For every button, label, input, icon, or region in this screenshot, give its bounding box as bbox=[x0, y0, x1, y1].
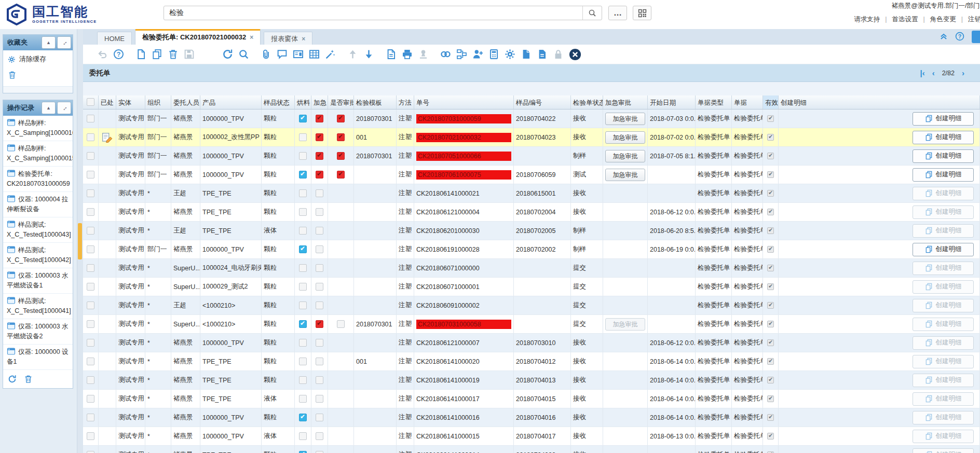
urgent-approve-button[interactable]: 加急审批 bbox=[605, 150, 645, 162]
first-page-button[interactable]: |‹ bbox=[920, 69, 924, 77]
table-row[interactable]: 测试专用*褚燕景TPE_TPE液体注塑CK2018061410000172018… bbox=[83, 390, 980, 408]
urgent-checkbox[interactable] bbox=[316, 227, 323, 235]
bake-checkbox[interactable]: ✔ bbox=[299, 171, 307, 179]
select-all-checkbox[interactable] bbox=[87, 98, 94, 106]
valid-checkbox[interactable]: ✔ bbox=[767, 246, 774, 253]
approve-checkbox[interactable]: ✔ bbox=[337, 171, 345, 179]
row-select-checkbox[interactable] bbox=[87, 133, 94, 141]
bake-checkbox[interactable] bbox=[299, 208, 307, 216]
history-item[interactable]: 仪器: 1000003 水平燃烧设备1 bbox=[3, 268, 73, 294]
table-view-icon[interactable] bbox=[309, 49, 320, 60]
column-header-org[interactable]: 组织 bbox=[145, 95, 171, 109]
column-header-template[interactable]: 检验模板 bbox=[354, 95, 397, 109]
column-header-status[interactable]: 检验单状态 bbox=[571, 95, 603, 109]
bake-checkbox[interactable] bbox=[299, 133, 307, 141]
tab-order[interactable]: 检验委托单: CK201807021000032× bbox=[135, 29, 261, 45]
import-icon[interactable] bbox=[347, 49, 358, 60]
row-select-checkbox[interactable] bbox=[87, 320, 94, 328]
urgent-checkbox[interactable] bbox=[316, 245, 323, 253]
column-header-sel[interactable] bbox=[83, 95, 99, 109]
user-link[interactable]: 注销 bbox=[968, 16, 980, 23]
urgent-checkbox[interactable] bbox=[316, 358, 323, 365]
row-select-checkbox[interactable] bbox=[87, 283, 94, 291]
urgent-checkbox[interactable] bbox=[316, 432, 323, 440]
attachment-icon[interactable] bbox=[261, 49, 271, 60]
history-item[interactable]: 样品测试: X_C_Tested[1000041] bbox=[3, 294, 73, 319]
qr-code-button[interactable] bbox=[633, 6, 651, 20]
column-header-entity[interactable]: 实体 bbox=[116, 95, 145, 109]
urgent-checkbox[interactable] bbox=[316, 283, 323, 291]
trash-icon[interactable] bbox=[8, 71, 17, 79]
table-row[interactable]: 测试专用*SuperU...1000029_测试2颗粒注塑CK201806071… bbox=[83, 278, 980, 296]
valid-checkbox[interactable]: ✔ bbox=[767, 283, 774, 290]
bake-checkbox[interactable] bbox=[299, 376, 307, 384]
bake-checkbox[interactable] bbox=[299, 189, 307, 197]
bake-checkbox[interactable] bbox=[299, 264, 307, 272]
history-item[interactable]: 仪器: 1000000 设备1 bbox=[3, 345, 73, 370]
column-header-urgent_approve[interactable]: 加急审批 bbox=[603, 95, 648, 109]
edit-icon[interactable] bbox=[102, 132, 113, 143]
valid-checkbox[interactable]: ✔ bbox=[767, 358, 774, 365]
export-doc-icon[interactable] bbox=[521, 49, 532, 60]
lock-icon[interactable] bbox=[553, 49, 564, 60]
history-item[interactable]: 样品制样: X_C_Samping[1000015 bbox=[3, 141, 73, 167]
urgent-approve-button[interactable]: 加急审批 bbox=[605, 113, 645, 125]
history-item[interactable]: 仪器: 1000004 拉伸断裂设备 bbox=[3, 192, 73, 217]
column-header-person[interactable]: 委托人员 bbox=[171, 95, 200, 109]
column-header-valid[interactable]: 有效 bbox=[763, 95, 779, 109]
create-detail-button[interactable]: 创建明细 bbox=[913, 149, 974, 163]
table-row[interactable]: 测试专用*SuperU...<1000210>颗粒✔✔2018070301注塑C… bbox=[83, 315, 980, 334]
question-icon[interactable]: ? bbox=[955, 32, 964, 41]
table-row[interactable]: 测试专用*王超TPE_TPE颗粒注塑CK20180614100002120180… bbox=[83, 184, 980, 203]
row-select-checkbox[interactable] bbox=[87, 358, 94, 365]
calculator-icon[interactable] bbox=[488, 49, 499, 60]
column-header-doc_type[interactable]: 单据类型 bbox=[696, 95, 732, 109]
column-header-order_no[interactable]: 单号 bbox=[414, 95, 514, 109]
save-icon[interactable] bbox=[184, 49, 195, 60]
bake-checkbox[interactable] bbox=[299, 283, 307, 291]
row-select-checkbox[interactable] bbox=[87, 301, 94, 309]
trash-icon[interactable] bbox=[24, 375, 33, 383]
urgent-checkbox[interactable] bbox=[316, 395, 323, 403]
table-row[interactable]: 测试专用部门一褚燕景1000000_TPV颗粒✔✔✔2018070301注塑CK… bbox=[83, 109, 980, 128]
splitter-handle[interactable] bbox=[78, 223, 82, 259]
bake-checkbox[interactable] bbox=[299, 339, 307, 347]
row-select-checkbox[interactable] bbox=[87, 414, 94, 421]
history-collapse-button[interactable]: ▲ bbox=[42, 102, 56, 114]
urgent-checkbox[interactable] bbox=[316, 301, 323, 309]
search-icon[interactable] bbox=[238, 49, 249, 60]
row-select-checkbox[interactable] bbox=[87, 245, 94, 253]
table-row[interactable]: 测试专用部门一褚燕景1000000_TPV颗粒✔注塑CK201806191000… bbox=[83, 240, 980, 259]
approve-checkbox[interactable]: ✔ bbox=[337, 152, 345, 160]
create-detail-button[interactable]: 创建明细 bbox=[913, 168, 974, 182]
row-select-checkbox[interactable] bbox=[87, 115, 94, 122]
valid-checkbox[interactable]: ✔ bbox=[767, 153, 774, 159]
column-header-processed[interactable]: 已处 bbox=[99, 95, 116, 109]
row-select-checkbox[interactable] bbox=[87, 171, 94, 179]
prev-page-button[interactable]: ‹ bbox=[932, 69, 935, 77]
column-header-urgent[interactable]: 加急 bbox=[311, 95, 328, 109]
urgent-checkbox[interactable] bbox=[316, 451, 323, 453]
valid-checkbox[interactable]: ✔ bbox=[767, 395, 774, 402]
row-select-checkbox[interactable] bbox=[87, 189, 94, 197]
print-icon[interactable] bbox=[402, 49, 413, 60]
valid-checkbox[interactable]: ✔ bbox=[767, 433, 774, 440]
bake-checkbox[interactable] bbox=[299, 152, 307, 160]
valid-checkbox[interactable]: ✔ bbox=[767, 377, 774, 383]
column-header-method[interactable]: 方法 bbox=[397, 95, 414, 109]
bake-checkbox[interactable] bbox=[299, 432, 307, 440]
comment-icon[interactable] bbox=[277, 49, 288, 60]
add-contact-icon[interactable] bbox=[472, 49, 483, 60]
valid-checkbox[interactable]: ✔ bbox=[767, 115, 774, 122]
tab-report[interactable]: 报表窗体× bbox=[264, 32, 312, 45]
urgent-checkbox[interactable] bbox=[316, 208, 323, 216]
favorites-expand-button[interactable]: ↔ bbox=[57, 36, 71, 49]
valid-checkbox[interactable]: ✔ bbox=[767, 302, 774, 309]
approve-checkbox[interactable] bbox=[337, 320, 345, 328]
history-item[interactable]: 检验委托单: CK201807031000059 bbox=[3, 167, 73, 192]
column-header-product[interactable]: 产品 bbox=[200, 95, 262, 109]
bake-checkbox[interactable]: ✔ bbox=[299, 414, 307, 421]
save-all-icon[interactable] bbox=[200, 49, 211, 60]
valid-checkbox[interactable]: ✔ bbox=[767, 265, 774, 271]
row-select-checkbox[interactable] bbox=[87, 227, 94, 235]
